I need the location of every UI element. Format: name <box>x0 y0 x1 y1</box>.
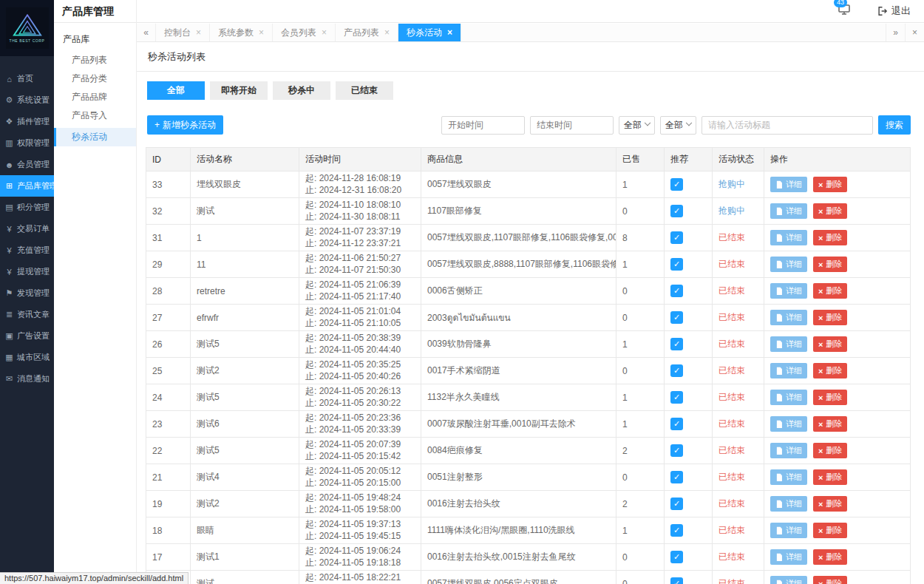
recommend-checkbox[interactable]: ✓ <box>670 285 683 297</box>
sidebar-item-members[interactable]: ☻会员管理 <box>0 154 54 175</box>
notifications-button[interactable]: 43 <box>838 4 850 18</box>
recommend-checkbox[interactable]: ✓ <box>670 524 683 537</box>
detail-button[interactable]: 详细 <box>770 363 807 378</box>
tab-close-icon[interactable]: × <box>196 27 201 38</box>
detail-button[interactable]: 详细 <box>770 257 807 272</box>
add-seckill-button[interactable]: + 新增秒杀活动 <box>147 115 223 135</box>
tab-产品列表[interactable]: 产品列表× <box>336 24 398 41</box>
recommend-checkbox[interactable]: ✓ <box>670 391 683 404</box>
recommend-checkbox[interactable]: ✓ <box>670 364 683 377</box>
recommend-checkbox[interactable]: ✓ <box>670 444 683 457</box>
keyword-input[interactable] <box>702 116 873 135</box>
delete-button[interactable]: ×删除 <box>813 549 847 565</box>
tabs-scroll-left-button[interactable]: « <box>137 24 156 41</box>
sidebar-item-plugins[interactable]: ❖插件管理 <box>0 111 54 132</box>
sidebar-item-notice[interactable]: ✉消息通知 <box>0 368 54 390</box>
sidebar-item-settings[interactable]: ⚙系统设置 <box>0 89 54 111</box>
delete-button[interactable]: ×删除 <box>813 496 847 512</box>
tab-秒杀活动[interactable]: 秒杀活动× <box>398 24 461 41</box>
delete-button[interactable]: ×删除 <box>813 469 847 485</box>
recommend-checkbox[interactable]: ✓ <box>670 205 683 217</box>
detail-button[interactable]: 详细 <box>770 203 807 219</box>
recommend-checkbox[interactable]: ✓ <box>670 471 683 483</box>
tabs-close-button[interactable]: × <box>905 24 924 41</box>
sidebar-item-withdraw[interactable]: ¥提现管理 <box>0 261 54 282</box>
recommend-checkbox[interactable]: ✓ <box>670 311 683 324</box>
logout-button[interactable]: 退出 <box>877 4 911 18</box>
detail-button[interactable]: 详细 <box>770 177 807 192</box>
recommend-checkbox[interactable]: ✓ <box>670 418 683 430</box>
cell-activity-status: 已结束 <box>713 278 764 305</box>
recommend-checkbox[interactable]: ✓ <box>670 498 683 510</box>
brand-logo[interactable]: THE BEST CORP <box>0 0 54 56</box>
submenu-item[interactable]: 产品分类 <box>54 69 136 88</box>
tab-会员列表[interactable]: 会员列表× <box>273 24 336 41</box>
status-text: 已结束 <box>719 498 745 509</box>
tab-close-icon[interactable]: × <box>322 27 327 38</box>
recommend-checkbox[interactable]: ✓ <box>670 577 683 584</box>
delete-button[interactable]: ×删除 <box>813 523 847 538</box>
submenu-item[interactable]: 产品列表 <box>54 51 136 69</box>
recommend-checkbox[interactable]: ✓ <box>670 178 683 191</box>
sidebar-item-ads[interactable]: ▣广告设置 <box>0 325 54 347</box>
filter-button[interactable]: 秒杀中 <box>273 81 330 100</box>
recommend-checkbox[interactable]: ✓ <box>670 338 683 350</box>
sidebar-item-permissions[interactable]: ▥权限管理 <box>0 132 54 154</box>
detail-button[interactable]: 详细 <box>770 416 807 432</box>
detail-button[interactable]: 详细 <box>770 230 807 245</box>
delete-button[interactable]: ×删除 <box>813 443 847 458</box>
tab-系统参数[interactable]: 系统参数× <box>210 24 273 41</box>
detail-button[interactable]: 详细 <box>770 496 807 512</box>
start-time-input[interactable] <box>441 116 525 135</box>
sidebar-item-home[interactable]: ⌂首页 <box>0 68 54 89</box>
sidebar-item-city[interactable]: ▦城市区域 <box>0 347 54 368</box>
delete-button[interactable]: ×删除 <box>813 230 847 245</box>
sidebar-item-discover[interactable]: ⚑发现管理 <box>0 282 54 304</box>
submenu-item[interactable]: 产品品牌 <box>54 88 136 106</box>
tab-close-icon[interactable]: × <box>384 27 390 38</box>
sidebar-item-points[interactable]: ▤积分管理 <box>0 197 54 218</box>
sidebar-item-orders[interactable]: ¥交易订单 <box>0 218 54 240</box>
submenu-item[interactable]: 秒杀活动 <box>54 128 136 146</box>
detail-button[interactable]: 详细 <box>770 283 807 299</box>
detail-button[interactable]: 详细 <box>770 549 807 565</box>
tab-close-icon[interactable]: × <box>447 27 452 38</box>
recommend-select[interactable]: 全部 <box>660 116 696 135</box>
delete-button[interactable]: ×删除 <box>813 416 847 432</box>
tabs-scroll-right-button[interactable]: » <box>886 24 905 41</box>
delete-button[interactable]: ×删除 <box>813 177 847 192</box>
recommend-checkbox[interactable]: ✓ <box>670 258 683 271</box>
sidebar-item-products[interactable]: ⊞产品库管理 <box>0 175 54 197</box>
delete-button[interactable]: ×删除 <box>813 336 847 352</box>
recommend-checkbox[interactable]: ✓ <box>670 231 683 244</box>
cell-recommend: ✓ <box>665 278 713 305</box>
search-button[interactable]: 搜索 <box>878 115 911 135</box>
detail-button[interactable]: 详细 <box>770 390 807 405</box>
detail-button[interactable]: 详细 <box>770 336 807 352</box>
delete-button[interactable]: ×删除 <box>813 363 847 378</box>
delete-button[interactable]: ×删除 <box>813 310 847 325</box>
delete-button[interactable]: ×删除 <box>813 576 847 584</box>
filter-button[interactable]: 即将开始 <box>210 81 268 100</box>
detail-button[interactable]: 详细 <box>770 523 807 538</box>
detail-button[interactable]: 详细 <box>770 443 807 458</box>
end-time-input[interactable] <box>530 116 614 135</box>
recommend-checkbox[interactable]: ✓ <box>670 551 683 563</box>
submenu-item[interactable]: 产品导入 <box>54 106 136 125</box>
sidebar-item-recharge[interactable]: ¥充值管理 <box>0 240 54 261</box>
filter-button[interactable]: 已结束 <box>336 81 393 100</box>
detail-button[interactable]: 详细 <box>770 469 807 485</box>
delete-button[interactable]: ×删除 <box>813 283 847 299</box>
detail-file-icon <box>775 473 783 481</box>
table-row: 19测试2起: 2024-11-05 19:48:24止: 2024-11-05… <box>146 491 911 517</box>
status-select[interactable]: 全部 <box>619 116 655 135</box>
sidebar-item-articles[interactable]: ≣资讯文章 <box>0 304 54 325</box>
tab-控制台[interactable]: 控制台× <box>156 24 210 41</box>
delete-button[interactable]: ×删除 <box>813 203 847 219</box>
detail-button[interactable]: 详细 <box>770 576 807 584</box>
delete-button[interactable]: ×删除 <box>813 257 847 272</box>
delete-button[interactable]: ×删除 <box>813 390 847 405</box>
filter-button[interactable]: 全部 <box>147 81 205 100</box>
detail-button[interactable]: 详细 <box>770 310 807 325</box>
tab-close-icon[interactable]: × <box>259 27 264 38</box>
